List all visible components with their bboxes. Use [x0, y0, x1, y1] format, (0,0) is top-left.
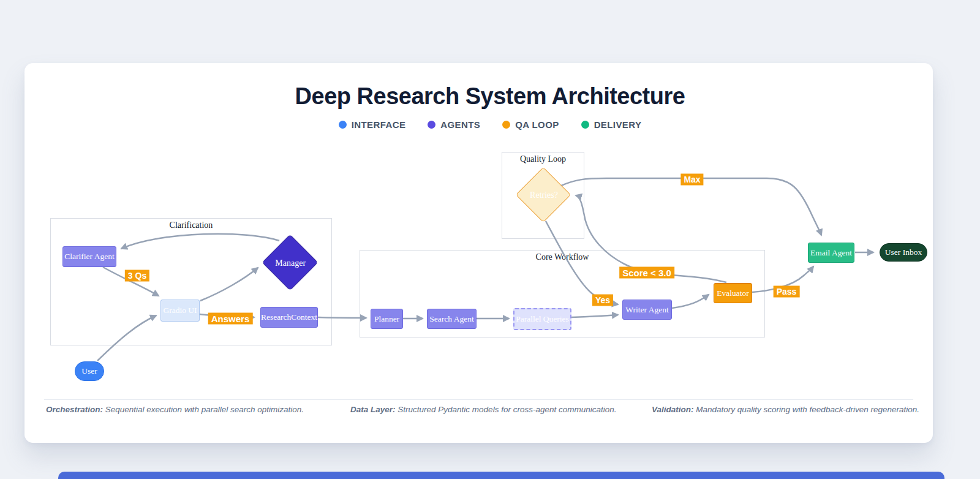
node-user: User — [75, 361, 104, 381]
group-label: Quality Loop — [502, 154, 584, 164]
legend-label: QA LOOP — [515, 119, 559, 130]
footer-data-layer: Data Layer: Structured Pydantic models f… — [350, 405, 616, 414]
node-search-agent: Search Agent — [427, 309, 477, 329]
group-label: Clarification — [51, 221, 331, 230]
footer-orchestration: Orchestration: Sequential execution with… — [46, 405, 304, 414]
footer-validation: Validation: Mandatory quality scoring wi… — [652, 405, 919, 414]
node-label: Manager — [258, 244, 323, 282]
legend-label: INTERFACE — [352, 119, 406, 130]
bottom-bar — [58, 472, 944, 479]
footer-lead: Data Layer: — [350, 405, 396, 414]
footer-text: Structured Pydantic models for cross-age… — [396, 405, 617, 414]
footer-lead: Orchestration: — [46, 405, 103, 414]
legend-item-qa-loop: QA LOOP — [502, 119, 559, 130]
node-writer-agent: Writer Agent — [622, 300, 672, 320]
edge-label-answers: Answers — [208, 313, 253, 325]
edge-label-score: Score < 3.0 — [619, 267, 674, 279]
footer-text: Sequential execution with parallel searc… — [103, 405, 304, 414]
edge-label-yes: Yes — [592, 295, 613, 306]
footer-divider — [44, 399, 913, 400]
edge-label-pass: Pass — [774, 286, 800, 298]
node-planner: Planner — [371, 309, 403, 329]
interface-dot-icon — [339, 121, 347, 129]
node-label: Retries? — [512, 176, 576, 214]
qa-loop-dot-icon — [502, 121, 510, 129]
delivery-dot-icon — [581, 121, 589, 129]
footer-lead: Validation: — [652, 405, 694, 414]
node-evaluator: Evaluator — [714, 283, 752, 303]
legend: INTERFACE AGENTS QA LOOP DELIVERY — [0, 119, 980, 130]
legend-label: AGENTS — [440, 119, 480, 130]
legend-item-agents: AGENTS — [428, 119, 480, 130]
node-gradio-ui: Gradio UI — [160, 300, 200, 322]
node-user-inbox: User Inbox — [880, 243, 927, 262]
node-clarifier-agent: Clarifier Agent — [62, 246, 116, 267]
node-research-context: ResearchContext — [260, 307, 318, 328]
group-label: Core Workflow — [360, 252, 764, 262]
node-parallel-queries: Parallel Queries — [513, 308, 571, 330]
legend-item-interface: INTERFACE — [339, 119, 406, 130]
legend-item-delivery: DELIVERY — [581, 119, 642, 130]
legend-label: DELIVERY — [594, 119, 642, 130]
edge-label-max: Max — [680, 174, 703, 186]
page-title: Deep Research System Architecture — [0, 83, 980, 110]
node-email-agent: Email Agent — [808, 243, 854, 263]
edge-label-3qs: 3 Qs — [125, 270, 149, 282]
agents-dot-icon — [428, 121, 435, 129]
footer-text: Mandatory quality scoring with feedback-… — [694, 405, 919, 414]
